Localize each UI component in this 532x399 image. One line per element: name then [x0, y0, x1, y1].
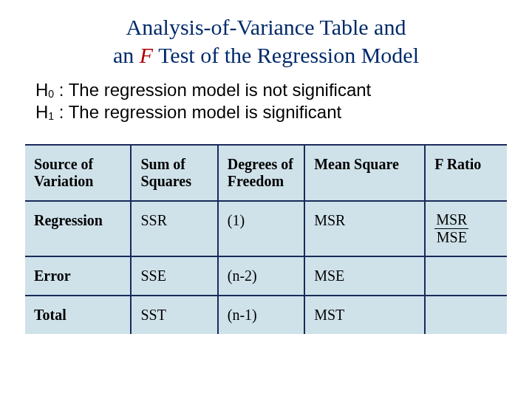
- cell-label: Total: [25, 296, 131, 334]
- cell-df: (1): [218, 201, 304, 256]
- cell-f: MSR MSE: [425, 201, 507, 256]
- cell-label: Error: [25, 256, 131, 296]
- title-f: F: [140, 43, 153, 67]
- cell-f: [425, 256, 507, 296]
- cell-df: (n-2): [218, 256, 304, 296]
- cell-ms: MSE: [304, 256, 425, 296]
- table-row: Error SSE (n-2) MSE: [25, 256, 507, 296]
- table-header-row: Source of Variation Sum of Squares Degre…: [25, 145, 507, 201]
- cell-ms: MST: [304, 296, 425, 334]
- cell-ss: SSE: [131, 256, 217, 296]
- col-ms: Mean Square: [304, 145, 425, 201]
- cell-label: Regression: [25, 201, 131, 256]
- title-line2c: Test of the Regression Model: [153, 43, 419, 67]
- h1-label: H: [35, 102, 48, 122]
- cell-f: [425, 296, 507, 334]
- h0-sub: 0: [48, 88, 54, 100]
- cell-df: (n-1): [218, 296, 304, 334]
- hypotheses: H0 : The regression model is not signifi…: [35, 79, 502, 123]
- cell-ss: SST: [131, 296, 217, 334]
- h0-text: : The regression model is not significan…: [54, 80, 371, 100]
- h1-sub: 1: [48, 110, 54, 122]
- col-source: Source of Variation: [25, 145, 131, 201]
- f-num: MSR: [434, 212, 468, 229]
- h1-text: : The regression model is significant: [54, 102, 341, 122]
- title-line1: Analysis-of-Variance Table and: [126, 15, 406, 39]
- f-den: MSE: [434, 229, 468, 245]
- col-ss: Sum of Squares: [131, 145, 217, 201]
- col-f: F Ratio: [425, 145, 507, 201]
- cell-ss: SSR: [131, 201, 217, 256]
- f-ratio-fraction: MSR MSE: [434, 212, 468, 245]
- title-line2a: an: [113, 43, 140, 67]
- col-df: Degrees of Freedom: [218, 145, 304, 201]
- h0-label: H: [35, 80, 48, 100]
- anova-table: Source of Variation Sum of Squares Degre…: [25, 144, 507, 334]
- hypothesis-null: H0 : The regression model is not signifi…: [35, 79, 502, 101]
- table-row: Total SST (n-1) MST: [25, 296, 507, 334]
- table-row: Regression SSR (1) MSR MSR MSE: [25, 201, 507, 256]
- slide-title: Analysis-of-Variance Table and an F Test…: [30, 13, 502, 69]
- cell-ms: MSR: [304, 201, 425, 256]
- hypothesis-alt: H1 : The regression model is significant: [35, 101, 502, 123]
